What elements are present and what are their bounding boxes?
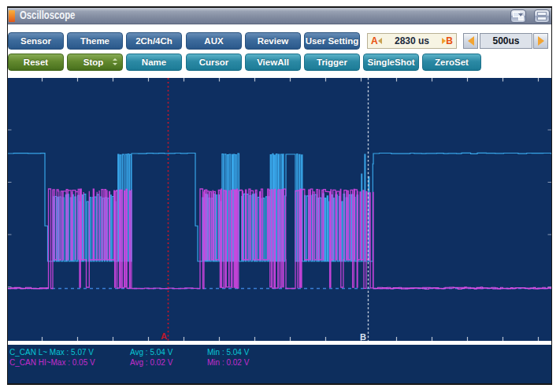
svg-text:A: A [161,331,167,341]
svg-text:B: B [360,332,366,341]
